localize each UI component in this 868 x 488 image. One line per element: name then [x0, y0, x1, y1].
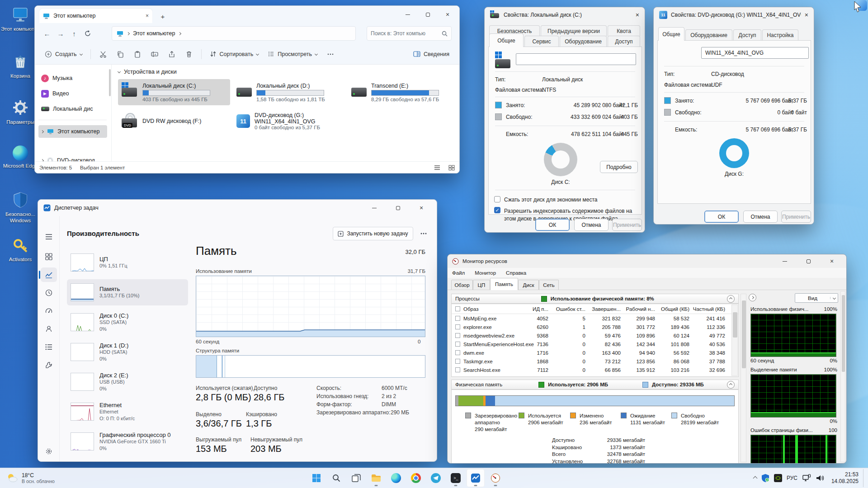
process-row[interactable]: explorer.exe62601205 788301 772189 43611… [452, 323, 738, 331]
explorer-titlebar[interactable]: Этот компьютер × + × ← → ↑ Этот компьюте… [35, 6, 459, 65]
volume-tray-icon[interactable] [813, 469, 827, 487]
drive-tile-f[interactable]: DVD DVD RW дисковод (F:) [118, 108, 230, 134]
close-icon[interactable]: × [636, 11, 639, 19]
physical-memory-header[interactable]: Физическая память Используется: 2906 МБ … [451, 380, 739, 389]
explorer-tab[interactable]: Этот компьютер × [39, 9, 152, 23]
more-options-button[interactable] [420, 230, 427, 236]
tab-tools[interactable]: Сервис [524, 36, 559, 47]
devices-group-header[interactable]: Устройства и диски [118, 68, 177, 75]
col-image[interactable]: Образ [463, 306, 530, 312]
properties-g-titlebar[interactable]: 11 Свойства: DVD-дисковод (G:) WIN11_X64… [654, 7, 814, 23]
process-row[interactable]: SearchHost.exe7112066 856135 912103 2163… [452, 366, 738, 374]
drive-tile-d[interactable]: Локальный диск (D:) 1,58 ТБ свободно из … [233, 79, 345, 105]
rename-button[interactable]: A [147, 47, 162, 62]
row-checkbox[interactable] [455, 367, 460, 372]
row-checkbox[interactable] [455, 316, 460, 321]
table-scrollbar[interactable] [731, 305, 738, 376]
drive-tile-c[interactable]: Локальный диск (C:) 403 ГБ свободно из 4… [118, 79, 230, 105]
perf-item-memory[interactable]: Память3,1/31,7 ГБ (10%) [67, 279, 188, 305]
volume-label-input[interactable] [516, 53, 636, 65]
forward-button[interactable]: → [54, 27, 67, 40]
select-all-checkbox[interactable] [455, 306, 460, 311]
task-manager-button[interactable] [467, 469, 485, 487]
search-button[interactable] [327, 469, 345, 487]
tab-previous-versions[interactable]: Предыдущие версии [541, 25, 607, 36]
show-desktop-button[interactable] [863, 469, 865, 487]
row-checkbox[interactable] [455, 350, 460, 355]
large-icons-view-icon[interactable] [448, 165, 455, 170]
perf-item-disk2[interactable]: Диск 2 (E:)USB (USB)0% [67, 369, 188, 395]
process-row[interactable]: StartMenuExperienceHost.exe7136082 43614… [452, 340, 738, 348]
nav-users[interactable] [41, 322, 57, 336]
taskman-titlebar[interactable]: Диспетчер задач × [38, 200, 437, 216]
run-new-task-button[interactable]: Запустить новую задачу [333, 227, 413, 240]
weather-widget[interactable]: 18°C В осн. облачно [0, 472, 61, 484]
tab-sharing[interactable]: Доступ [733, 29, 761, 40]
sidebar-item-this-pc[interactable]: Этот компьютер [38, 125, 107, 138]
tab-customize[interactable]: Настройка [762, 29, 798, 40]
tab-disk[interactable]: Диск [518, 280, 539, 290]
sort-button[interactable]: Сортировать [206, 48, 263, 60]
process-row[interactable]: msedgewebview2.exe9368059 476109 89660 1… [452, 331, 738, 340]
resmon-scrollbar[interactable] [741, 294, 746, 462]
start-button[interactable] [307, 469, 326, 487]
up-button[interactable]: ↑ [67, 27, 81, 40]
terminal-button[interactable]: >_ [447, 469, 465, 487]
settings-button[interactable] [41, 444, 57, 459]
tab-sharing[interactable]: Доступ [608, 36, 640, 47]
perf-item-ethernet[interactable]: EthernetEthernetО: 0 П: 0 кбит/с [67, 399, 188, 425]
nvidia-tray-icon[interactable] [772, 469, 784, 487]
nav-processes[interactable] [41, 249, 57, 264]
col-hard-faults[interactable]: Ошибок ст... [551, 306, 588, 312]
file-explorer-button[interactable] [367, 469, 385, 487]
perf-item-cpu[interactable]: ЦП0% 1,51 ГГц [67, 249, 188, 276]
details-button[interactable]: Подробно [600, 161, 638, 173]
minimize-button[interactable] [398, 6, 418, 23]
process-row[interactable]: MsMpEng.exe40525321 832299 94858 532241 … [452, 314, 738, 323]
row-checkbox[interactable] [455, 342, 460, 347]
ok-button[interactable]: ОК [535, 219, 570, 231]
desktop-icon-windows-security[interactable]: Безопасно... Windows [0, 192, 41, 224]
refresh-button[interactable] [81, 27, 94, 40]
sidebar-scrollbar[interactable] [109, 69, 111, 96]
cut-button[interactable] [95, 47, 111, 62]
drive-tile-g[interactable]: 11 DVD-дисковод (G:) WIN11_X64_4IN1_OVG … [233, 108, 345, 134]
row-checkbox[interactable] [455, 324, 460, 329]
cancel-button[interactable]: Отмена [574, 219, 609, 231]
volume-label-input[interactable]: WIN11_X64_4IN1_OVG [701, 47, 809, 59]
maximize-button[interactable] [798, 254, 818, 268]
close-icon[interactable]: × [805, 11, 808, 19]
col-private[interactable]: Частный (КБ) [692, 306, 728, 312]
tab-general[interactable]: Общие [658, 27, 684, 41]
col-commit[interactable]: Завершен... [588, 306, 623, 312]
tab-general[interactable]: Общие [489, 33, 524, 47]
nav-details[interactable] [41, 340, 57, 354]
tab-cpu[interactable]: ЦП [473, 280, 490, 290]
sidebar-item-video[interactable]: ▶ Видео [38, 87, 107, 100]
ok-button[interactable]: ОК [704, 211, 739, 223]
sidebar-item-local-disk[interactable]: Локальный дис [38, 103, 107, 115]
menu-monitor[interactable]: Монитор [475, 270, 496, 276]
nav-menu-button[interactable] [41, 230, 57, 244]
col-shareable[interactable]: Общий (КБ) [658, 306, 692, 312]
search-input[interactable]: Поиск в: Этот компью [367, 26, 452, 41]
more-button[interactable] [323, 47, 338, 62]
maximize-button[interactable] [388, 200, 408, 216]
nav-services[interactable] [41, 358, 57, 372]
telegram-button[interactable] [427, 469, 445, 487]
process-row[interactable]: dwm.exe17160163 40094 94056 59238 348 [452, 348, 738, 357]
task-view-button[interactable] [347, 469, 365, 487]
close-button[interactable]: × [822, 254, 842, 268]
nav-app-history[interactable] [41, 286, 57, 300]
delete-button[interactable] [181, 47, 197, 62]
language-indicator[interactable]: РУС [784, 469, 800, 487]
apply-button[interactable]: Применить [612, 219, 642, 231]
minimize-button[interactable] [775, 254, 795, 268]
breadcrumb-item[interactable]: Этот компьютер [133, 30, 175, 37]
process-row[interactable]: Taskmgr.exe1868073 212123 85686 06837 78… [452, 357, 738, 366]
menu-file[interactable]: Файл [452, 270, 465, 276]
collapse-chevron-icon[interactable] [727, 381, 735, 389]
perf-item-gpu[interactable]: Графический процессор 0NVIDIA GeForce GT… [67, 428, 188, 455]
maximize-button[interactable] [418, 6, 438, 23]
drive-tile-e[interactable]: Transcend (E:) 8,29 ГБ свободно из 57,6 … [348, 79, 459, 105]
